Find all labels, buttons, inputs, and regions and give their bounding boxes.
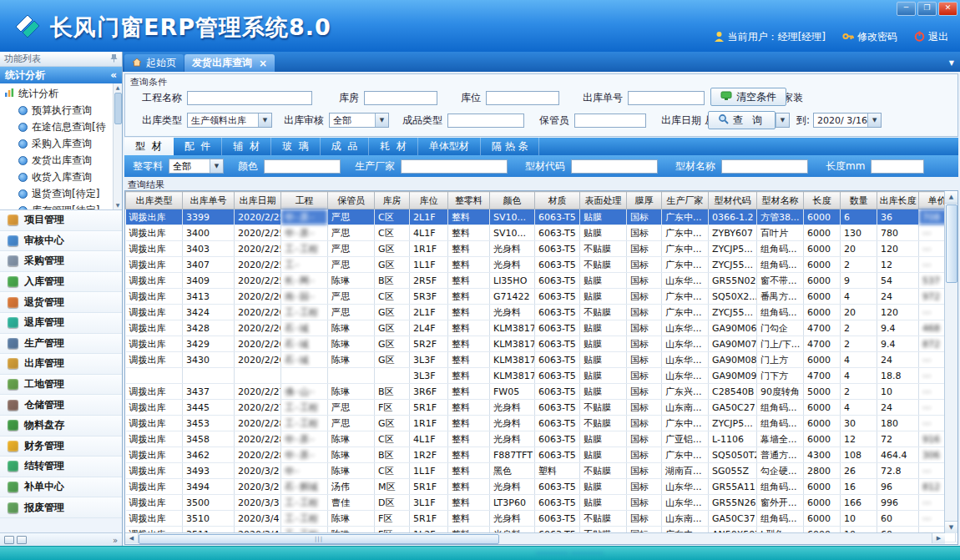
tab-起始页[interactable]: 起始页 bbox=[124, 54, 184, 72]
table-row[interactable]: 调拨出库34582020/2/28华··原··陈琳C区4L1F整料光身料6063… bbox=[126, 431, 959, 447]
keeper-input[interactable] bbox=[574, 114, 646, 128]
date-to-picker[interactable]: 2020/ 3/16 ▼ bbox=[813, 113, 882, 128]
tree-scroll-down-icon[interactable]: ▼ bbox=[114, 201, 122, 209]
material-tab-玻璃[interactable]: 玻 璃 bbox=[271, 138, 321, 155]
tree-scroll-up-icon[interactable]: ▲ bbox=[114, 83, 122, 92]
table-row[interactable]: 调拨出库34292020/2/26石··城陈琳G区5R2F整料KLM381760… bbox=[126, 336, 959, 352]
sidebar-item-仓储管理[interactable]: 仓储管理 bbox=[0, 395, 122, 416]
column-header-库位[interactable]: 库位 bbox=[410, 192, 448, 209]
scroll-left-icon[interactable]: ◀ bbox=[125, 533, 139, 543]
order-no-input[interactable] bbox=[628, 91, 705, 105]
logout-button[interactable]: 退出 bbox=[914, 30, 948, 44]
horizontal-scrollbar-thumb[interactable]: ||| bbox=[139, 534, 499, 544]
sidebar-item-物料盘存[interactable]: 物料盘存 bbox=[0, 416, 122, 436]
profile-name-input[interactable] bbox=[721, 159, 808, 174]
audit-select[interactable]: 全部 ▼ bbox=[329, 113, 389, 128]
table-row[interactable]: 调拨出库34372020/2/27佛··山··陈琳B区3R6F整料FW05606… bbox=[126, 384, 959, 400]
table-row[interactable]: 调拨出库34132020/2/26南··园··严思C区5R3F整料G714226… bbox=[126, 289, 959, 305]
sidebar-item-出库管理[interactable]: 出库管理 bbox=[0, 354, 122, 375]
manufacturer-input[interactable] bbox=[401, 159, 508, 174]
sidebar-item-补单中心[interactable]: 补单中心 bbox=[0, 477, 122, 498]
column-header-型材名称[interactable]: 型材名称 bbox=[757, 192, 804, 209]
sidebar-item-生产管理[interactable]: 生产管理 bbox=[0, 334, 122, 355]
clear-conditions-button[interactable]: 清空条件 bbox=[710, 88, 786, 106]
column-header-长度[interactable]: 长度 bbox=[804, 192, 841, 209]
color-input[interactable] bbox=[264, 159, 341, 174]
profile-code-input[interactable] bbox=[571, 159, 658, 174]
table-row[interactable]: 调拨出库33992020/2/25华··原··严思C区2L1F整料SV10...… bbox=[126, 209, 959, 225]
length-input[interactable] bbox=[871, 159, 924, 174]
tree-item-[interactable]: 预算执行查询 bbox=[4, 102, 122, 119]
vertical-scrollbar[interactable]: ▲ ▼ bbox=[944, 191, 957, 533]
material-tab-辅材[interactable]: 辅 材 bbox=[222, 138, 271, 155]
tab-发货出库查询[interactable]: 发货出库查询× bbox=[184, 54, 275, 72]
table-row[interactable]: 调拨出库34932020/3/2华··陈琳C区1L1F整料黑色塑料不贴膜国标湖南… bbox=[126, 463, 959, 479]
tree-scrollbar-thumb[interactable] bbox=[114, 93, 122, 124]
footer-monitor-icon[interactable] bbox=[17, 536, 27, 544]
sidebar-item-退库管理[interactable]: 退库管理 bbox=[0, 313, 122, 334]
maximize-icon[interactable]: ❐ bbox=[917, 2, 937, 16]
scroll-down-icon[interactable]: ▼ bbox=[945, 521, 957, 533]
table-row[interactable]: 调拨出库34282020/2/26石··城陈琳G区2L4F整料KLM381760… bbox=[126, 320, 959, 336]
collapse-icon[interactable]: « bbox=[110, 69, 117, 81]
project-name-input[interactable] bbox=[187, 91, 312, 105]
table-row[interactable]: 调拨出库35102020/3/4工··工程陈琳F区5R1F整料光身料6063-T… bbox=[126, 511, 959, 527]
table-row[interactable]: 调拨出库34942020/3/2石··辉城汤伟M区5R1F整料光身料6063-T… bbox=[126, 479, 959, 495]
table-row[interactable]: 调拨出库34452020/2/27工··工程严思F区5R1F整料光身料6063-… bbox=[126, 400, 959, 416]
tree-item-[interactable]: 库存管理[待定] bbox=[4, 202, 122, 210]
sidebar-item-退货管理[interactable]: 退货管理 bbox=[0, 292, 122, 313]
warehouse-input[interactable] bbox=[364, 91, 437, 105]
table-row[interactable]: 3L3F整料KLM38176063-T5贴膜国标山东华...GA90M09...… bbox=[126, 368, 959, 384]
column-header-库房[interactable]: 库房 bbox=[375, 192, 410, 209]
column-header-工程[interactable]: 工程 bbox=[281, 192, 328, 209]
outbound-type-select[interactable]: 生产领料出库 ▼ bbox=[187, 113, 272, 128]
column-header-出库类型[interactable]: 出库类型 bbox=[126, 192, 183, 209]
location-input[interactable] bbox=[486, 91, 559, 105]
tree-item-[interactable]: 在途信息查询[待 bbox=[4, 119, 122, 135]
search-button[interactable]: 查 询 bbox=[708, 111, 776, 129]
tree-item-[interactable]: 采购入库查询 bbox=[4, 135, 122, 152]
pin-icon[interactable] bbox=[110, 53, 118, 65]
table-row[interactable]: 调拨出库34092020/2/25长··网··陈琳B区2R5F整料LI35HO6… bbox=[126, 273, 959, 289]
stats-section-header[interactable]: 统计分析 « bbox=[0, 67, 122, 83]
material-tab-型材[interactable]: 型 材 bbox=[124, 138, 174, 155]
material-tab-成品[interactable]: 成 品 bbox=[321, 138, 370, 155]
table-row[interactable]: 调拨出库34072020/2/25工··严思G区1L1F整料光身料6063-T5… bbox=[126, 257, 959, 273]
material-tab-耗材[interactable]: 耗 材 bbox=[369, 138, 418, 155]
horizontal-scrollbar[interactable]: ◀ ||| ▶ bbox=[125, 532, 945, 544]
column-header-出库单号[interactable]: 出库单号 bbox=[183, 192, 235, 209]
column-header-材质[interactable]: 材质 bbox=[535, 192, 580, 209]
column-header-颜色[interactable]: 颜色 bbox=[490, 192, 535, 209]
tab-close-icon[interactable]: × bbox=[259, 58, 267, 69]
sidebar-item-审核中心[interactable]: 审核中心 bbox=[0, 231, 122, 252]
column-header-型材代码[interactable]: 型材代码 bbox=[709, 192, 757, 209]
tree-root-statistics[interactable]: 统计分析 bbox=[4, 85, 122, 102]
column-header-表面处理[interactable]: 表面处理 bbox=[580, 192, 627, 209]
sidebar-item-采购管理[interactable]: 采购管理 bbox=[0, 251, 122, 272]
material-tab-隔热条[interactable]: 隔 热 条 bbox=[481, 138, 540, 155]
sidebar-item-财务管理[interactable]: 财务管理 bbox=[0, 436, 122, 457]
table-row[interactable]: 调拨出库34532020/2/28工··工程严思G区1R1F整料光身料6063-… bbox=[126, 416, 959, 431]
tree-item-[interactable]: 发货出库查询 bbox=[4, 152, 122, 169]
whole-part-select[interactable]: 全部 ▼ bbox=[169, 159, 224, 174]
sidebar-item-项目管理[interactable]: 项目管理 bbox=[0, 210, 122, 231]
footer-expand-icon[interactable]: » bbox=[113, 536, 118, 545]
sidebar-item-工地管理[interactable]: 工地管理 bbox=[0, 375, 122, 396]
scroll-up-icon[interactable]: ▲ bbox=[945, 191, 957, 204]
change-password-button[interactable]: 修改密码 bbox=[842, 30, 897, 44]
vertical-scrollbar-thumb[interactable] bbox=[946, 204, 957, 283]
footer-panel-icon[interactable] bbox=[4, 536, 14, 544]
column-header-数量[interactable]: 数量 bbox=[841, 192, 877, 209]
column-header-生产厂家[interactable]: 生产厂家 bbox=[662, 192, 709, 209]
scroll-right-icon[interactable]: ▶ bbox=[932, 533, 945, 543]
product-type-input[interactable] bbox=[447, 114, 524, 128]
table-row[interactable]: 调拨出库34302020/2/26石··城陈琳G区3L3F整料KLM381760… bbox=[126, 352, 959, 368]
table-row[interactable]: 调拨出库34242020/2/26工··工程严思G区2L1F整料光身料6063-… bbox=[126, 305, 959, 320]
tree-item-[interactable]: 收货入库查询 bbox=[4, 169, 122, 185]
table-row[interactable]: 调拨出库34032020/2/25工··工程严思G区1R1F整料光身料6063-… bbox=[126, 241, 959, 257]
table-row[interactable]: 调拨出库35002020/3/3工··工程曹佳D区3L1F整料LT3P60606… bbox=[126, 495, 959, 511]
sidebar-item-入库管理[interactable]: 入库管理 bbox=[0, 272, 122, 293]
tree-scrollbar[interactable]: ▲ ▼ bbox=[113, 83, 122, 209]
column-header-保管员[interactable]: 保管员 bbox=[328, 192, 375, 209]
minimize-icon[interactable]: ─ bbox=[897, 2, 916, 16]
